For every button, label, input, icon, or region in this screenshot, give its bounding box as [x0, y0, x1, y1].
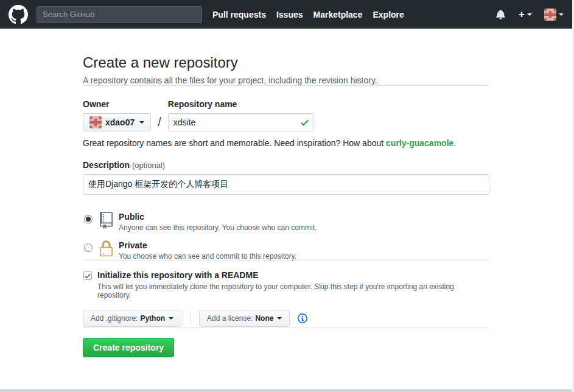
- nav-pull-requests[interactable]: Pull requests: [212, 10, 266, 19]
- divider: [83, 85, 489, 86]
- owner-username: xdao07: [105, 117, 135, 127]
- owner-repo-row: Owner: [83, 99, 489, 131]
- license-button-value: None: [255, 314, 273, 323]
- private-radio[interactable]: [84, 243, 93, 252]
- public-description: Anyone can see this repository. You choo…: [119, 223, 317, 232]
- name-hint-period: .: [453, 138, 456, 148]
- divider: [83, 327, 489, 327]
- owner-select-button[interactable]: xdao07: [83, 113, 151, 131]
- owner-label: Owner: [83, 99, 151, 109]
- readme-section: Initialize this repository with a README…: [83, 270, 489, 299]
- nav-marketplace[interactable]: Marketplace: [313, 10, 363, 19]
- readme-label: Initialize this repository with a README: [97, 270, 258, 280]
- visibility-options: Public Anyone can see this repository. Y…: [83, 211, 489, 261]
- gitignore-button-label: Add .gitignore:: [91, 314, 138, 323]
- repository-name-input[interactable]: [168, 113, 314, 131]
- chevron-down-icon: [527, 13, 532, 16]
- private-label: Private: [119, 240, 296, 250]
- chevron-down-icon: [169, 317, 173, 320]
- description-label-text: Description: [83, 160, 130, 170]
- repository-name-label: Repository name: [168, 99, 314, 109]
- lock-icon: [100, 240, 113, 257]
- create-repository-button[interactable]: Create repository: [83, 338, 174, 357]
- name-hint: Great repository names are short and mem…: [83, 138, 489, 148]
- add-license-button[interactable]: Add a license: None: [199, 310, 290, 327]
- private-description: You choose who can see and commit to thi…: [119, 252, 296, 261]
- header-nav: Pull requests Issues Marketplace Explore: [212, 10, 415, 19]
- owner-field: Owner: [83, 99, 151, 131]
- owner-avatar: [89, 116, 102, 128]
- readme-note: This will let you immediately clone the …: [97, 282, 489, 299]
- github-create-repo-page: Pull requests Issues Marketplace Explore…: [0, 0, 574, 392]
- private-option: Private You choose who can see and commi…: [83, 240, 489, 261]
- plus-icon: +: [519, 9, 525, 21]
- public-label: Public: [119, 212, 317, 222]
- description-label: Description (optional): [83, 160, 489, 170]
- chevron-down-icon: [277, 317, 282, 320]
- public-radio[interactable]: [84, 215, 93, 223]
- chevron-down-icon: [139, 121, 144, 124]
- gitignore-button-value: Python: [140, 314, 165, 323]
- create-repository-form: Create a new repository A repository con…: [83, 29, 489, 357]
- page-title: Create a new repository: [83, 54, 489, 71]
- description-input[interactable]: [83, 174, 489, 195]
- optional-label: (optional): [132, 161, 165, 170]
- name-hint-text: Great repository names are short and mem…: [83, 138, 386, 148]
- divider: [83, 261, 489, 261]
- header-right: +: [496, 9, 564, 21]
- suggested-name-link[interactable]: curly-guacamole: [386, 138, 453, 148]
- user-avatar-button[interactable]: [544, 9, 564, 21]
- page-subtitle: A repository contains all the files for …: [83, 75, 489, 85]
- template-buttons-row: Add .gitignore: Python Add a license: No…: [83, 310, 489, 327]
- search-input[interactable]: [37, 6, 202, 23]
- chevron-down-icon: [559, 13, 564, 16]
- repository-name-field: Repository name: [168, 99, 314, 131]
- header: Pull requests Issues Marketplace Explore…: [0, 0, 572, 29]
- window-bottom-edge: [0, 389, 572, 392]
- description-field: Description (optional): [83, 160, 489, 195]
- readme-checkbox[interactable]: [83, 271, 92, 280]
- valid-check-icon: [301, 117, 309, 130]
- info-icon[interactable]: [298, 313, 307, 324]
- create-new-plus-button[interactable]: +: [519, 9, 532, 21]
- vertical-divider: [190, 311, 191, 326]
- public-option: Public Anyone can see this repository. Y…: [83, 211, 489, 232]
- github-logo-icon[interactable]: [9, 5, 28, 24]
- license-button-label: Add a license:: [207, 314, 253, 323]
- nav-issues[interactable]: Issues: [276, 10, 303, 19]
- repo-book-icon: [100, 212, 113, 229]
- add-gitignore-button[interactable]: Add .gitignore: Python: [83, 310, 181, 327]
- nav-explore[interactable]: Explore: [373, 10, 404, 19]
- notifications-bell-icon[interactable]: [496, 9, 505, 19]
- avatar: [544, 9, 556, 21]
- owner-repo-separator: /: [158, 115, 161, 131]
